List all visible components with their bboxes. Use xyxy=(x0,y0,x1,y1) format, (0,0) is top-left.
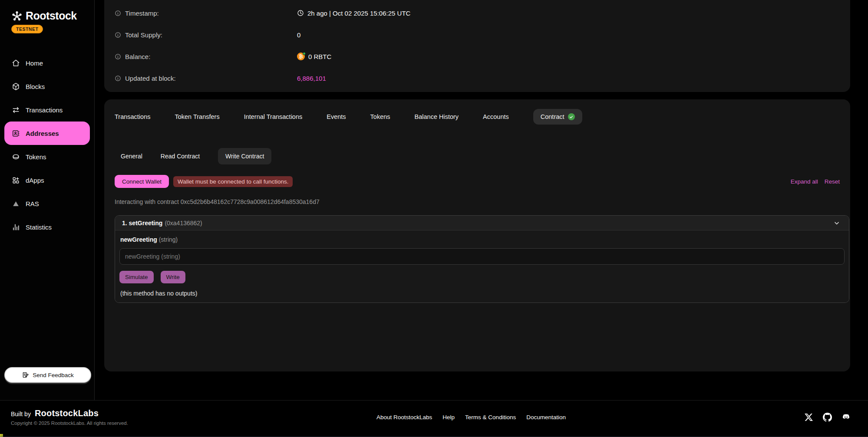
brand-name: Rootstock xyxy=(26,10,77,22)
tabs-row: Transactions Token Transfers Internal Tr… xyxy=(115,108,840,125)
reset-link[interactable]: Reset xyxy=(825,178,840,185)
footer-brand: Built by RootstockLabs Copyright © 2025 … xyxy=(11,408,128,426)
subtab-write-contract[interactable]: Write Contract xyxy=(218,148,271,164)
contract-function-card: 1. setGreeting (0xa4136862) newGreeting … xyxy=(115,215,849,303)
dapps-grid-icon xyxy=(12,176,20,184)
info-label-text: Total Supply: xyxy=(125,31,162,39)
contract-subtabs: General Read Contract Write Contract xyxy=(121,148,840,164)
info-icon[interactable] xyxy=(115,32,121,38)
connect-wallet-button[interactable]: Connect Wallet xyxy=(115,175,169,188)
subtab-general[interactable]: General xyxy=(121,153,142,160)
brand-logo[interactable]: Rootstock TESTNET xyxy=(0,0,94,33)
sidebar-item-label: Blocks xyxy=(26,83,45,90)
info-icon[interactable] xyxy=(115,75,121,82)
feedback-pencil-icon xyxy=(22,371,29,378)
sidebar-item-label: RAS xyxy=(26,200,39,207)
param-name: newGreeting xyxy=(120,236,157,243)
sidebar-item-blocks[interactable]: Blocks xyxy=(4,75,90,98)
subtab-read-contract[interactable]: Read Contract xyxy=(161,153,200,160)
sidebar-item-label: Addresses xyxy=(26,130,59,137)
tab-tokens[interactable]: Tokens xyxy=(370,113,390,120)
footer-link-about[interactable]: About RootstockLabs xyxy=(376,414,432,421)
info-row-timestamp: Timestamp: 2h ago | Oct 02 2025 15:06:25… xyxy=(115,2,840,24)
chevron-down-icon[interactable] xyxy=(833,220,840,227)
function-body: newGreeting (string) Simulate Write (thi… xyxy=(115,230,849,302)
address-info-panel: Timestamp: 2h ago | Oct 02 2025 15:06:25… xyxy=(104,0,850,92)
simulate-button[interactable]: Simulate xyxy=(119,271,154,283)
github-icon[interactable] xyxy=(823,413,832,422)
coin-icon xyxy=(12,153,20,161)
rootstock-flower-icon xyxy=(11,10,23,22)
address-card-icon xyxy=(12,129,20,138)
param-input[interactable] xyxy=(119,248,845,265)
tab-accounts[interactable]: Accounts xyxy=(483,113,509,120)
footer-social xyxy=(804,413,851,422)
tab-token-transfers[interactable]: Token Transfers xyxy=(175,113,219,120)
info-label-text: Timestamp: xyxy=(125,10,159,17)
home-icon xyxy=(12,59,20,67)
contract-address: 0xc5d2b6b48162c7728c9a008612d64fa8530a16… xyxy=(181,198,320,205)
info-row-total-supply: Total Supply: 0 xyxy=(115,24,840,46)
function-accordion-header[interactable]: 1. setGreeting (0xa4136862) xyxy=(115,216,849,230)
testnet-badge: TESTNET xyxy=(11,25,43,33)
footer-link-terms[interactable]: Terms & Conditions xyxy=(465,414,516,421)
sidebar-item-addresses[interactable]: Addresses xyxy=(4,122,90,145)
wallet-warning-chip: Wallet must be connected to call functio… xyxy=(173,176,293,187)
tab-contract-label: Contract xyxy=(541,113,564,120)
block-number-link[interactable]: 6,886,101 xyxy=(297,75,326,82)
sidebar-item-label: dApps xyxy=(26,177,44,184)
timestamp-value: 2h ago | Oct 02 2025 15:06:25 UTC xyxy=(307,10,410,17)
rbtc-coin-icon: ₿ xyxy=(297,53,305,60)
outputs-note: (this method has no outputs) xyxy=(120,290,845,297)
interacting-with-line: Interacting with contract 0xc5d2b6b48162… xyxy=(115,198,840,205)
interacting-prefix: Interacting with contract xyxy=(115,198,181,205)
write-button[interactable]: Write xyxy=(161,271,185,283)
footer-links: About RootstockLabs Help Terms & Conditi… xyxy=(376,414,566,421)
footer: Built by RootstockLabs Copyright © 2025 … xyxy=(0,400,868,437)
sidebar-nav: Home Blocks Transactions Addresses Token… xyxy=(4,51,90,239)
connect-wallet-row: Connect Wallet Wallet must be connected … xyxy=(115,175,840,188)
tab-internal-transactions[interactable]: Internal Transactions xyxy=(244,113,303,120)
sidebar-item-label: Tokens xyxy=(26,153,46,161)
balance-value: 0 RBTC xyxy=(308,53,331,60)
sidebar-item-ras[interactable]: RAS xyxy=(4,192,90,215)
sidebar-item-statistics[interactable]: Statistics xyxy=(4,215,90,239)
copyright-text: Copyright © 2025 RootstockLabs. All righ… xyxy=(11,421,128,426)
info-row-updated-block: Updated at block: 6,886,101 xyxy=(115,67,840,89)
sidebar-item-label: Home xyxy=(26,59,43,67)
info-icon[interactable] xyxy=(115,53,121,60)
sidebar-item-transactions[interactable]: Transactions xyxy=(4,98,90,122)
function-selector: (0xa4136862) xyxy=(165,220,202,227)
sidebar-item-tokens[interactable]: Tokens xyxy=(4,145,90,168)
info-icon[interactable] xyxy=(115,10,121,16)
send-feedback-label: Send Feedback xyxy=(33,372,74,378)
footer-link-docs[interactable]: Documentation xyxy=(526,414,566,421)
tab-contract[interactable]: Contract xyxy=(533,109,582,125)
x-twitter-icon[interactable] xyxy=(804,413,813,422)
address-tabs-panel: Transactions Token Transfers Internal Tr… xyxy=(104,99,850,371)
send-feedback-button[interactable]: Send Feedback xyxy=(4,367,91,383)
total-supply-value: 0 xyxy=(297,31,300,39)
ras-triangle-icon xyxy=(12,200,20,208)
clock-icon xyxy=(297,10,304,16)
info-label-text: Updated at block: xyxy=(125,75,176,82)
sidebar-item-dapps[interactable]: dApps xyxy=(4,168,90,192)
bar-chart-icon xyxy=(12,223,20,231)
tab-transactions[interactable]: Transactions xyxy=(115,113,150,120)
cube-icon xyxy=(12,82,20,91)
built-by-label: Built by xyxy=(11,411,31,417)
footer-company[interactable]: RootstockLabs xyxy=(35,408,99,418)
param-type: (string) xyxy=(157,236,178,243)
footer-link-help[interactable]: Help xyxy=(442,414,455,421)
sidebar: Rootstock TESTNET Home Blocks Transactio… xyxy=(0,0,95,400)
tab-events[interactable]: Events xyxy=(327,113,346,120)
sidebar-item-label: Transactions xyxy=(26,106,63,114)
info-label-text: Balance: xyxy=(125,53,150,60)
tab-balance-history[interactable]: Balance History xyxy=(415,113,459,120)
discord-icon[interactable] xyxy=(842,413,851,422)
function-title: 1. setGreeting xyxy=(122,220,162,227)
sidebar-item-label: Statistics xyxy=(26,223,52,231)
verified-check-icon xyxy=(568,113,575,120)
expand-all-link[interactable]: Expand all xyxy=(791,178,818,185)
sidebar-item-home[interactable]: Home xyxy=(4,51,90,75)
